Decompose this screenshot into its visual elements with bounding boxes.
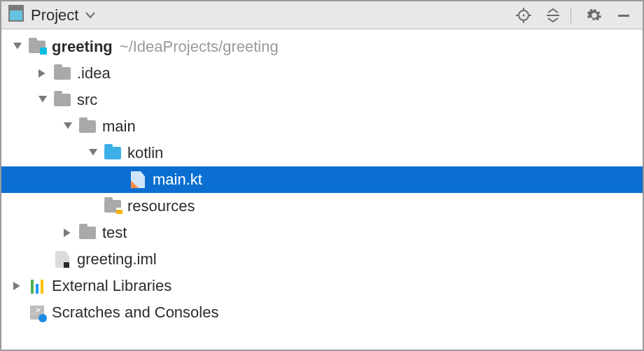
tree-node-iml[interactable]: greeting.iml (1, 246, 643, 273)
expand-toggle[interactable] (35, 92, 50, 108)
node-path: ~/IdeaProjects/greeting (120, 38, 279, 56)
svg-marker-12 (89, 149, 97, 156)
project-view-dropdown[interactable] (85, 12, 95, 19)
node-label: src (77, 91, 97, 109)
expand-toggle[interactable] (10, 39, 25, 55)
project-tree[interactable]: greeting ~/IdeaProjects/greeting .idea s… (1, 29, 643, 350)
tree-node-external-libraries[interactable]: External Libraries (1, 273, 643, 299)
locate-target-icon[interactable] (512, 3, 536, 27)
iml-file-icon (53, 251, 71, 268)
tree-node-resources[interactable]: resources (1, 193, 643, 220)
module-folder-icon (28, 38, 46, 55)
folder-icon (78, 118, 97, 135)
chevron-down-icon (85, 12, 95, 19)
tree-node-src[interactable]: src (1, 87, 643, 113)
kotlin-file-icon (129, 171, 147, 188)
tree-node-idea[interactable]: .idea (1, 60, 643, 87)
tree-node-main-kt[interactable]: main.kt (1, 166, 643, 193)
node-label: main.kt (153, 171, 202, 189)
resources-folder-icon (104, 198, 122, 215)
node-label: Scratches and Consoles (52, 303, 218, 322)
svg-marker-8 (13, 43, 22, 50)
project-view-label[interactable]: Project (31, 6, 78, 24)
project-tool-window: Project (0, 0, 644, 351)
project-view-icon (8, 9, 24, 22)
svg-marker-11 (64, 122, 72, 129)
toolbar-separator (570, 7, 571, 24)
svg-marker-13 (64, 229, 71, 237)
tree-node-test[interactable]: test (1, 220, 643, 246)
node-label: kotlin (127, 144, 163, 162)
tree-node-main[interactable]: main (1, 113, 643, 140)
node-label: greeting.iml (77, 250, 157, 268)
svg-point-5 (523, 14, 525, 16)
tree-node-scratches[interactable]: Scratches and Consoles (1, 299, 643, 326)
project-toolbar: Project (1, 1, 643, 29)
expand-toggle[interactable] (35, 66, 50, 81)
collapse-all-icon[interactable] (541, 3, 565, 27)
gear-icon[interactable] (582, 3, 606, 27)
svg-rect-7 (618, 15, 629, 17)
source-folder-icon (104, 145, 122, 162)
tree-node-greeting[interactable]: greeting ~/IdeaProjects/greeting (1, 34, 643, 60)
tree-node-kotlin[interactable]: kotlin (1, 140, 643, 166)
scratches-icon (28, 304, 46, 321)
svg-marker-9 (38, 69, 46, 78)
libraries-icon (28, 278, 46, 294)
expand-toggle[interactable] (10, 278, 25, 294)
svg-marker-14 (13, 282, 20, 290)
node-label: External Libraries (52, 277, 172, 295)
node-label: resources (127, 197, 195, 215)
expand-toggle[interactable] (85, 145, 101, 161)
svg-marker-10 (38, 96, 47, 103)
expand-toggle[interactable] (60, 225, 76, 241)
folder-icon (53, 92, 71, 108)
expand-toggle[interactable] (60, 119, 76, 134)
node-label: main (102, 117, 136, 136)
node-label: .idea (77, 64, 111, 83)
node-label: greeting (52, 38, 113, 56)
node-label: test (102, 224, 127, 242)
folder-icon (78, 224, 97, 241)
hide-icon[interactable] (612, 3, 636, 27)
folder-icon (53, 65, 71, 82)
